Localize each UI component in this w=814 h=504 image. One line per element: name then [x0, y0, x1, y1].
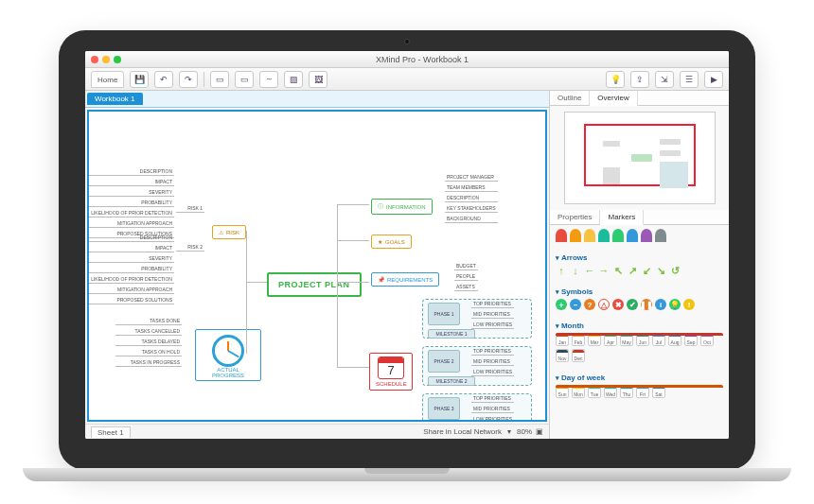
- arrow-upleft-icon[interactable]: ↖: [612, 265, 624, 276]
- month-nov[interactable]: Nov: [556, 349, 569, 362]
- question-symbol-icon[interactable]: ?: [584, 299, 595, 310]
- people-marker[interactable]: [556, 229, 567, 242]
- minus-symbol-icon[interactable]: －: [570, 299, 581, 310]
- phase-2[interactable]: PHASE 2: [428, 350, 460, 373]
- calendar-icon: 7: [378, 356, 404, 379]
- actual-children: TASKS DONE TASKS CANCELLED TASKS DELAYED…: [115, 318, 182, 367]
- requirements-children: BUDGET PEOPLE ASSETS: [454, 263, 478, 291]
- plus-symbol-icon[interactable]: ＋: [556, 299, 567, 310]
- overview-thumbnail[interactable]: [564, 112, 716, 204]
- people-marker[interactable]: [584, 229, 595, 242]
- section-symbols[interactable]: Symbols: [556, 287, 723, 296]
- tab-properties[interactable]: Properties: [550, 210, 600, 224]
- topic-goals[interactable]: ★GOALS: [371, 235, 412, 249]
- relationship-button[interactable]: ～: [259, 71, 278, 88]
- window-titlebar: XMind Pro - Workbook 1: [85, 51, 729, 68]
- people-marker[interactable]: [655, 229, 666, 242]
- overview-panel: [550, 106, 729, 210]
- document-tab[interactable]: Workbook 1: [87, 93, 143, 105]
- share-label[interactable]: Share in Local Network: [423, 427, 502, 436]
- laptop-base: [23, 468, 791, 481]
- topic-schedule[interactable]: 7 SCHEDULE: [369, 353, 413, 391]
- topic-button[interactable]: ▭: [210, 71, 229, 88]
- topic-information[interactable]: ⓘINFORMATION: [371, 199, 433, 215]
- arrow-upright-icon[interactable]: ↗: [627, 265, 638, 276]
- pause-symbol-icon[interactable]: ❚❚: [641, 299, 652, 310]
- boundary-button[interactable]: ▧: [284, 71, 303, 88]
- laptop-frame: XMind Pro - Workbook 1 Home 💾 ↶ ↷ ▭ ▭ ～ …: [59, 30, 755, 470]
- maximize-button[interactable]: [114, 56, 121, 63]
- dow-row: Sun Mon Tue Wed Thu Fri Sat: [556, 385, 723, 398]
- tab-markers[interactable]: Markers: [600, 210, 644, 225]
- section-dow[interactable]: Day of week: [556, 374, 723, 382]
- fit-icon[interactable]: ▣: [536, 427, 543, 436]
- image-button[interactable]: 🖼: [309, 71, 327, 88]
- risk2-details: DESCRIPTION IMPACT SEVERITY PROBABILITY …: [87, 235, 174, 304]
- redo-button[interactable]: ↷: [179, 71, 198, 88]
- window-controls: [91, 56, 121, 63]
- arrow-left-icon[interactable]: ←: [584, 265, 595, 276]
- clock-icon: [212, 335, 244, 367]
- no-symbol-icon[interactable]: ✖: [612, 299, 624, 310]
- main-toolbar: Home 💾 ↶ ↷ ▭ ▭ ～ ▧ 🖼 💡 ⇪ ⇲ ☰ ▶: [85, 68, 729, 91]
- app-window: XMind Pro - Workbook 1 Home 💾 ↶ ↷ ▭ ▭ ～ …: [85, 51, 729, 439]
- zoom-level[interactable]: 80%: [517, 427, 532, 436]
- window-title: XMind Pro - Workbook 1: [121, 55, 723, 64]
- people-marker[interactable]: [570, 229, 581, 242]
- save-button[interactable]: 💾: [130, 71, 149, 88]
- sheet-tab[interactable]: Sheet 1: [91, 426, 131, 438]
- alert-symbol-icon[interactable]: !: [683, 299, 695, 310]
- arrow-up-icon[interactable]: ↑: [556, 265, 567, 276]
- phase-1[interactable]: PHASE 1: [428, 303, 460, 325]
- idea-button[interactable]: 💡: [606, 71, 625, 88]
- people-marker[interactable]: [627, 229, 638, 242]
- people-marker[interactable]: [598, 229, 610, 242]
- people-marker[interactable]: [612, 229, 624, 242]
- phase-3[interactable]: PHASE 3: [428, 397, 460, 420]
- leaf[interactable]: RISK 1: [176, 205, 204, 213]
- central-topic[interactable]: PROJECT PLAN: [267, 272, 362, 297]
- share-button[interactable]: ⇲: [655, 71, 674, 88]
- arrows-row: ↑ ↓ ← → ↖ ↗ ↙ ↘ ↺: [556, 265, 723, 276]
- markers-people: [550, 225, 729, 246]
- section-arrows[interactable]: Arrows: [556, 253, 723, 262]
- close-button[interactable]: [91, 56, 98, 63]
- tab-overview[interactable]: Overview: [590, 91, 637, 106]
- arrow-refresh-icon[interactable]: ↺: [669, 265, 681, 276]
- tab-outline[interactable]: Outline: [550, 91, 590, 105]
- people-marker[interactable]: [641, 229, 652, 242]
- month-dec[interactable]: Dec: [572, 349, 585, 362]
- side-tabs-bottom: Properties Markers: [550, 210, 729, 225]
- check-symbol-icon[interactable]: ✔: [627, 299, 638, 310]
- arrow-downright-icon[interactable]: ↘: [655, 265, 666, 276]
- undo-button[interactable]: ↶: [154, 71, 173, 88]
- information-children: PROJECT MANAGER TEAM MEMBERS DESCRIPTION…: [445, 174, 498, 223]
- section-month[interactable]: Month: [556, 322, 723, 330]
- export-button[interactable]: ⇪: [630, 71, 649, 88]
- milestone-2[interactable]: MILESTONE 2: [428, 376, 475, 386]
- mindmap-canvas[interactable]: PROJECT PLAN ⚠RISK RISK 1 RISK 2 DESCRIP…: [87, 110, 547, 422]
- risk1-details: DESCRIPTION IMPACT SEVERITY PROBABILITY …: [87, 168, 174, 238]
- info-symbol-icon[interactable]: i: [655, 299, 666, 310]
- arrow-right-icon[interactable]: →: [598, 265, 610, 276]
- arrow-down-icon[interactable]: ↓: [570, 265, 581, 276]
- minimize-button[interactable]: [102, 56, 110, 63]
- side-tabs-top: Outline Overview: [550, 91, 729, 106]
- status-bar: Sheet 1 Share in Local Network ▾ 80% ▣: [85, 424, 549, 439]
- leaf[interactable]: RISK 2: [176, 244, 204, 252]
- topic-risk[interactable]: ⚠RISK: [212, 225, 246, 239]
- gantt-button[interactable]: ☰: [680, 71, 699, 88]
- presentation-button[interactable]: ▶: [704, 71, 723, 88]
- milestone-1[interactable]: MILESTONE 1: [428, 329, 475, 339]
- arrow-downleft-icon[interactable]: ↙: [641, 265, 652, 276]
- symbols-row: ＋ － ? △ ✖ ✔ ❚❚ i 💡 !: [556, 299, 723, 310]
- subtopic-button[interactable]: ▭: [235, 71, 254, 88]
- side-panel: Outline Overview: [549, 91, 729, 439]
- camera-dot: [404, 39, 410, 44]
- idea-symbol-icon[interactable]: 💡: [669, 299, 681, 310]
- topic-requirements[interactable]: 📌REQUIREMENTS: [371, 272, 439, 287]
- topic-actual-progress[interactable]: ACTUAL PROGRESS: [195, 329, 261, 381]
- filter-icon[interactable]: ▾: [507, 427, 511, 436]
- home-tab[interactable]: Home: [91, 71, 124, 88]
- warning-symbol-icon[interactable]: △: [598, 299, 610, 310]
